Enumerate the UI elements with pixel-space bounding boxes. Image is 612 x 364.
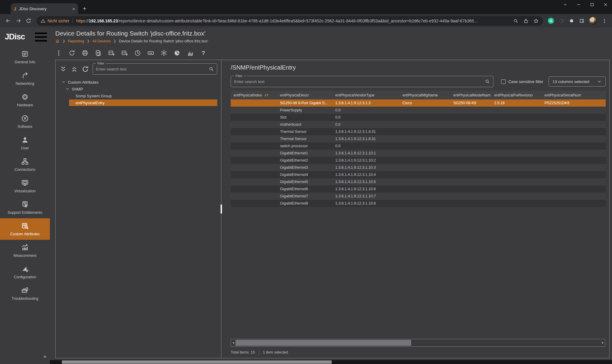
- sort-ascending-icon[interactable]: [264, 93, 269, 98]
- forward-button[interactable]: [13, 16, 23, 26]
- tree-node-entphysicalentry[interactable]: entPhysicalEntry: [69, 99, 217, 106]
- home-icon[interactable]: [55, 39, 60, 43]
- window-maximize-icon[interactable]: [590, 2, 594, 7]
- column-header-entphysicalserialnum[interactable]: entPhysicalSerialNum: [541, 93, 606, 97]
- print-icon[interactable]: [82, 50, 88, 56]
- columns-select[interactable]: 13 columns selected: [549, 76, 606, 87]
- history-clock-icon[interactable]: [134, 50, 141, 56]
- topology-icon[interactable]: [160, 50, 167, 56]
- table-row[interactable]: GigabitEthernet81.3.6.1.4.1.9.12.3.1.10.…: [231, 200, 606, 207]
- table-cell: motherboard: [277, 122, 332, 127]
- browser-menu-icon[interactable]: [602, 18, 607, 24]
- address-bar[interactable]: Nicht sicher https://192.168.185.23/repo…: [36, 16, 543, 26]
- table-row[interactable]: PowerSupply0.0: [231, 107, 606, 114]
- sidebar-collapse-icon[interactable]: «: [44, 354, 46, 360]
- tree-node-custom-attributes[interactable]: Custom Attributes: [61, 79, 217, 85]
- table-row[interactable]: GigabitEthernet71.3.6.1.4.1.9.12.3.1.10.…: [231, 193, 606, 200]
- tree-refresh-icon[interactable]: [82, 65, 89, 73]
- reload-button[interactable]: [23, 16, 33, 26]
- table-row[interactable]: GigabitEthernet31.3.6.1.4.1.9.12.3.1.10.…: [231, 164, 606, 171]
- table-row[interactable]: Thermal Sensor1.3.6.1.4.1.9.12.3.1.8.31: [231, 128, 606, 135]
- pie-chart-icon[interactable]: [174, 50, 180, 56]
- scroll-right-arrow[interactable]: [601, 339, 605, 346]
- table-cell: 1.3.6.1.4.1.9.12.3.1.10.1: [332, 151, 400, 155]
- table-row[interactable]: GigabitEthernet41.3.6.1.4.1.9.12.3.1.10.…: [231, 171, 606, 178]
- sidebar-item-troubleshooting[interactable]: Troubleshooting: [0, 283, 50, 304]
- sidebar-item-custom-attributes[interactable]: Custom Attributes: [0, 218, 50, 240]
- window-close-icon[interactable]: [603, 2, 608, 7]
- security-text[interactable]: Nicht sicher: [48, 19, 69, 23]
- breadcrumb-all-devices[interactable]: All Devices: [92, 39, 111, 43]
- new-tab-button[interactable]: +: [80, 4, 89, 13]
- expand-all-icon[interactable]: [59, 65, 67, 73]
- dark-extension-icon[interactable]: [559, 18, 564, 24]
- table-row[interactable]: motherboard0.0: [231, 121, 606, 128]
- table-row[interactable]: GigabitEthernet11.3.6.1.4.1.9.12.3.1.10.…: [231, 150, 606, 157]
- help-icon[interactable]: ?: [200, 50, 207, 56]
- zoom-icon[interactable]: [513, 18, 518, 24]
- sql-icon[interactable]: SQL: [147, 50, 154, 56]
- scrollbar-thumb[interactable]: [235, 340, 411, 346]
- sidebar-item-label: Software: [18, 125, 32, 129]
- window-minimize-icon[interactable]: [576, 2, 581, 7]
- column-header-entphysicalfwrevision[interactable]: entPhysicalFwRevision: [491, 93, 541, 97]
- profile-avatar[interactable]: [589, 17, 597, 25]
- sidebar-item-virtualization[interactable]: Virtualization: [0, 175, 50, 197]
- tree-filter-input[interactable]: [96, 67, 209, 71]
- kebab-menu-icon[interactable]: [55, 50, 62, 56]
- tab-close-icon[interactable]: ×: [72, 6, 75, 11]
- collapse-all-icon[interactable]: [71, 65, 78, 73]
- extensions-puzzle-icon[interactable]: [569, 18, 574, 24]
- chevron-down-icon[interactable]: [65, 87, 70, 91]
- hamburger-menu-icon[interactable]: [32, 28, 50, 46]
- side-panel-icon[interactable]: [579, 18, 585, 24]
- browser-tab[interactable]: J JDisc Discovery ×: [11, 3, 78, 14]
- table-cell: GigabitEthernet2: [277, 158, 332, 162]
- measurement-icon: [21, 243, 29, 251]
- sidebar-item-connections[interactable]: Connections: [0, 154, 50, 175]
- chevron-down-icon[interactable]: [61, 80, 66, 85]
- jdisc-logo[interactable]: JDisc: [5, 32, 25, 42]
- tree-node-snmp-system-group[interactable]: Snmp System Group: [69, 93, 217, 99]
- sidebar-item-software[interactable]: Software: [0, 111, 50, 132]
- case-sensitive-checkbox[interactable]: [501, 79, 506, 84]
- breadcrumb-reporting[interactable]: Reporting: [68, 39, 84, 43]
- sidebar-item-measurement[interactable]: Measurement: [0, 240, 50, 261]
- sidebar-item-support-entitlements[interactable]: Support Entitlements: [0, 197, 50, 218]
- sidebar-item-hardware[interactable]: Hardware: [0, 89, 50, 111]
- share-icon[interactable]: [523, 18, 529, 24]
- tab-search-chevron-icon[interactable]: [563, 2, 567, 7]
- sidebar-item-label: Support Entitlements: [7, 211, 42, 215]
- tree-node-snmp[interactable]: SNMP: [65, 86, 217, 92]
- export-document-icon[interactable]: [95, 50, 102, 56]
- table-row[interactable]: switch processor0.0: [231, 142, 606, 150]
- bookmark-star-icon[interactable]: [533, 18, 539, 24]
- column-header-entphysicalvendortype[interactable]: entPhysicalVendorType: [332, 93, 400, 97]
- sidebar-item-configuration[interactable]: Configuration: [0, 261, 50, 283]
- table-row[interactable]: Thermal Sensor1.3.6.1.4.1.9.12.3.1.8.31: [231, 135, 606, 142]
- table-row[interactable]: Slot0.0: [231, 114, 606, 121]
- bar-chart-icon[interactable]: [187, 50, 194, 56]
- column-header-entphysicalmodelnam[interactable]: entPhysicalModelNam: [450, 93, 491, 97]
- grammarly-extension-icon[interactable]: G: [548, 18, 554, 24]
- table-row[interactable]: GigabitEthernet21.3.6.1.4.1.9.12.3.1.10.…: [231, 157, 606, 164]
- back-button[interactable]: [3, 16, 13, 26]
- page-scrollbar-thumb[interactable]: [62, 360, 332, 364]
- sidebar-item-label: User: [21, 146, 29, 150]
- table-row[interactable]: GigabitEthernet51.3.6.1.4.1.9.12.3.1.10.…: [231, 178, 606, 185]
- column-header-entphysicaldescr[interactable]: entPhysicalDescr: [277, 93, 332, 97]
- scroll-left-arrow[interactable]: [231, 339, 235, 346]
- export-xls-icon[interactable]: XLS: [108, 50, 115, 56]
- column-header-entphysicalmfgname[interactable]: entPhysicalMfgName: [400, 93, 450, 97]
- column-header-entphysicalindex[interactable]: entPhysicalIndex: [231, 93, 277, 98]
- export-csv-icon[interactable]: CSV: [121, 50, 128, 56]
- sidebar-item-networking[interactable]: Networking: [0, 68, 50, 89]
- user-icon: [21, 136, 29, 144]
- refresh-icon[interactable]: [68, 50, 75, 56]
- splitter-handle[interactable]: [221, 205, 222, 214]
- table-row[interactable]: SG250-08 8-Port Gigabit S...1.3.6.1.4.1.…: [231, 99, 606, 107]
- table-filter-input[interactable]: [234, 79, 485, 84]
- sidebar-item-user[interactable]: User: [0, 132, 50, 154]
- table-row[interactable]: GigabitEthernet61.3.6.1.4.1.9.12.3.1.10.…: [231, 185, 606, 193]
- sidebar-item-general-info[interactable]: General Info: [0, 46, 50, 68]
